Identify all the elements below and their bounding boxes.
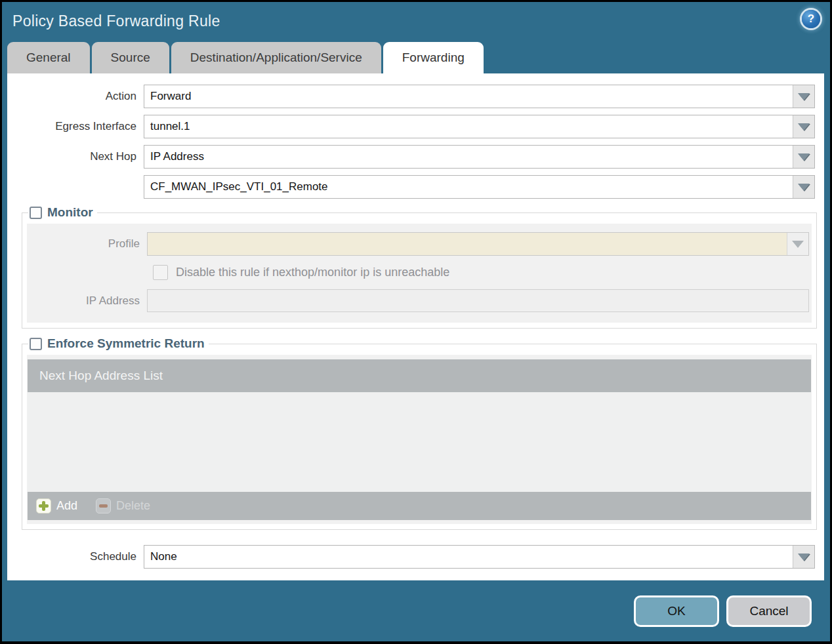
next-hop-address-list-header: Next Hop Address List (28, 359, 811, 392)
enforce-symmetric-return-title: Enforce Symmetric Return (47, 336, 205, 351)
next-hop-type-value: IP Address (144, 146, 793, 168)
monitor-panel: Profile Disable this rule if nexthop/mon… (27, 224, 812, 323)
chevron-down-icon (798, 93, 810, 100)
egress-interface-value: tunnel.1 (144, 115, 793, 138)
tab-general[interactable]: General (7, 42, 90, 73)
next-hop-label: Next Hop (7, 150, 144, 163)
profile-value (148, 233, 787, 255)
help-glyph: ? (808, 12, 814, 26)
monitor-checkbox[interactable] (30, 207, 42, 219)
minus-icon (96, 498, 111, 513)
monitor-title: Monitor (47, 205, 93, 220)
enforce-symmetric-return-section: Enforce Symmetric Return Next Hop Addres… (22, 336, 817, 530)
enforce-symmetric-return-checkbox[interactable] (30, 338, 42, 350)
next-hop-address-list-toolbar: Add Delete (28, 492, 811, 520)
next-hop-address-row: CF_MWAN_IPsec_VTI_01_Remote (7, 175, 815, 199)
next-hop-address-list-table: Next Hop Address List Add Delete (28, 359, 811, 520)
schedule-dropdown[interactable]: None (144, 545, 815, 569)
delete-button-label: Delete (116, 499, 150, 513)
tab-bar: General Source Destination/Application/S… (2, 41, 830, 73)
profile-dropdown-button (787, 233, 808, 255)
help-icon[interactable]: ? (802, 10, 820, 28)
schedule-row: Schedule None (7, 545, 815, 569)
symmetric-return-panel: Next Hop Address List Add Delete (27, 355, 812, 524)
chevron-down-icon (798, 184, 810, 191)
disable-rule-row: Disable this rule if nexthop/monitor ip … (153, 265, 812, 280)
monitor-section: Monitor Profile Disable (22, 205, 817, 329)
next-hop-type-dropdown[interactable]: IP Address (144, 145, 815, 169)
next-hop-address-dropdown[interactable]: CF_MWAN_IPsec_VTI_01_Remote (144, 175, 815, 199)
action-value: Forward (144, 85, 793, 108)
next-hop-row: Next Hop IP Address (7, 145, 815, 169)
cancel-button[interactable]: Cancel (726, 595, 812, 627)
profile-dropdown (147, 232, 809, 256)
add-button[interactable]: Add (36, 498, 77, 513)
next-hop-address-value: CF_MWAN_IPsec_VTI_01_Remote (144, 176, 793, 198)
tab-destination-application-service[interactable]: Destination/Application/Service (171, 42, 381, 73)
action-dropdown-button[interactable] (793, 85, 814, 108)
egress-interface-label: Egress Interface (7, 120, 144, 133)
next-hop-address-list-body[interactable] (28, 392, 811, 492)
chevron-down-icon (798, 553, 810, 561)
chevron-down-icon (792, 241, 804, 248)
schedule-value: None (144, 546, 793, 568)
next-hop-type-dropdown-button[interactable] (793, 146, 814, 168)
tab-forwarding[interactable]: Forwarding (383, 42, 484, 73)
action-dropdown[interactable]: Forward (144, 85, 815, 108)
egress-interface-row: Egress Interface tunnel.1 (7, 115, 815, 138)
tab-source[interactable]: Source (92, 42, 169, 73)
egress-interface-dropdown-button[interactable] (793, 115, 814, 138)
title-bar: Policy Based Forwarding Rule ? (2, 2, 830, 41)
egress-interface-dropdown[interactable]: tunnel.1 (144, 115, 815, 138)
profile-row: Profile (27, 232, 809, 256)
chevron-down-icon (798, 123, 810, 131)
monitor-ip-address-label: IP Address (27, 294, 147, 308)
forwarding-tab-panel: Action Forward Egress Interface tunnel.1 (7, 73, 824, 580)
delete-button: Delete (96, 498, 150, 513)
dialog-title: Policy Based Forwarding Rule (12, 12, 220, 30)
add-button-label: Add (56, 499, 77, 513)
policy-based-forwarding-dialog-window: Policy Based Forwarding Rule ? General S… (0, 0, 832, 644)
schedule-dropdown-button[interactable] (793, 546, 814, 568)
profile-label: Profile (27, 237, 147, 251)
chevron-down-icon (798, 153, 810, 161)
dialog: Policy Based Forwarding Rule ? General S… (2, 2, 830, 641)
monitor-ip-address-row: IP Address (27, 289, 809, 312)
next-hop-address-dropdown-button[interactable] (793, 176, 814, 198)
schedule-label: Schedule (7, 550, 144, 563)
dialog-footer: OK Cancel (2, 580, 830, 641)
ok-button[interactable]: OK (634, 595, 719, 627)
action-label: Action (7, 90, 144, 103)
plus-icon (36, 498, 51, 513)
disable-rule-checkbox (153, 265, 168, 280)
disable-rule-label: Disable this rule if nexthop/monitor ip … (176, 266, 449, 279)
monitor-ip-address-input (147, 289, 809, 312)
enforce-symmetric-return-legend: Enforce Symmetric Return (28, 336, 209, 351)
monitor-legend: Monitor (28, 205, 97, 220)
action-row: Action Forward (7, 85, 815, 108)
